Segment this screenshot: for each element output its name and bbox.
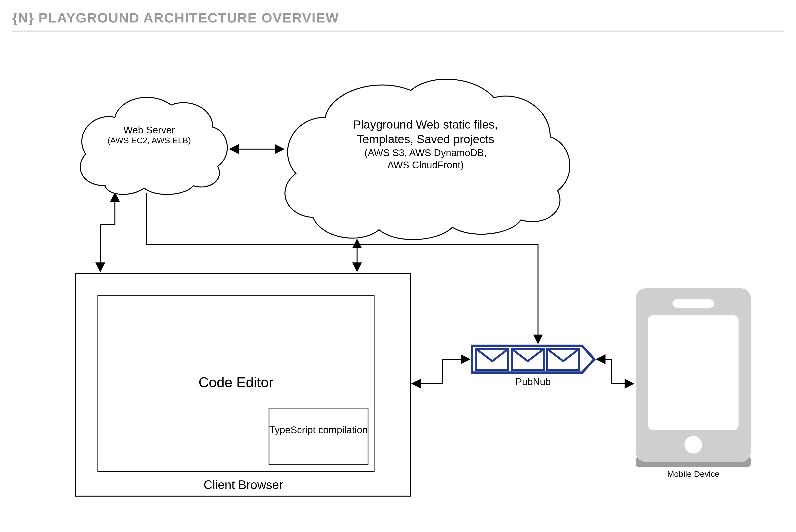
svg-rect-6	[648, 315, 739, 430]
diagram-canvas	[0, 0, 796, 532]
ts-compilation-box	[269, 408, 368, 464]
svg-rect-5	[672, 299, 714, 308]
storage-line1: Playground Web static files,	[301, 117, 550, 132]
pubnub-label: PubNub	[472, 376, 594, 387]
pubnub-icon	[472, 346, 594, 373]
storage-line3: (AWS S3, AWS DynamoDB,	[301, 147, 550, 159]
webserver-title: Web Server	[81, 125, 218, 136]
ts-compilation-label: TypeScript compilation	[269, 424, 368, 436]
storage-line4: AWS CloudFront)	[301, 159, 550, 171]
mobile-device-icon	[636, 288, 751, 467]
ts-text: TypeScript compilation	[269, 424, 368, 435]
mobile-device-label: Mobile Device	[636, 469, 751, 479]
client-browser-label: Client Browser	[76, 478, 411, 492]
arrow-browser-pubnub	[412, 359, 469, 384]
pubnub-text: PubNub	[516, 376, 551, 387]
storage-line2: Templates, Saved projects	[301, 132, 550, 147]
mobile-text: Mobile Device	[667, 469, 720, 478]
svg-point-7	[684, 436, 702, 454]
client-browser-text: Client Browser	[203, 478, 283, 492]
webserver-subtitle: (AWS EC2, AWS ELB)	[81, 136, 218, 145]
arrow-pubnub-mobile	[597, 359, 633, 384]
cloud-storage-text: Playground Web static files, Templates, …	[301, 117, 550, 171]
cloud-webserver-text: Web Server (AWS EC2, AWS ELB)	[81, 125, 218, 145]
cloud-webserver	[80, 97, 227, 194]
arrow-webserver-browser	[100, 193, 115, 271]
code-editor-text: Code Editor	[199, 374, 273, 390]
code-editor-label: Code Editor	[98, 374, 374, 390]
